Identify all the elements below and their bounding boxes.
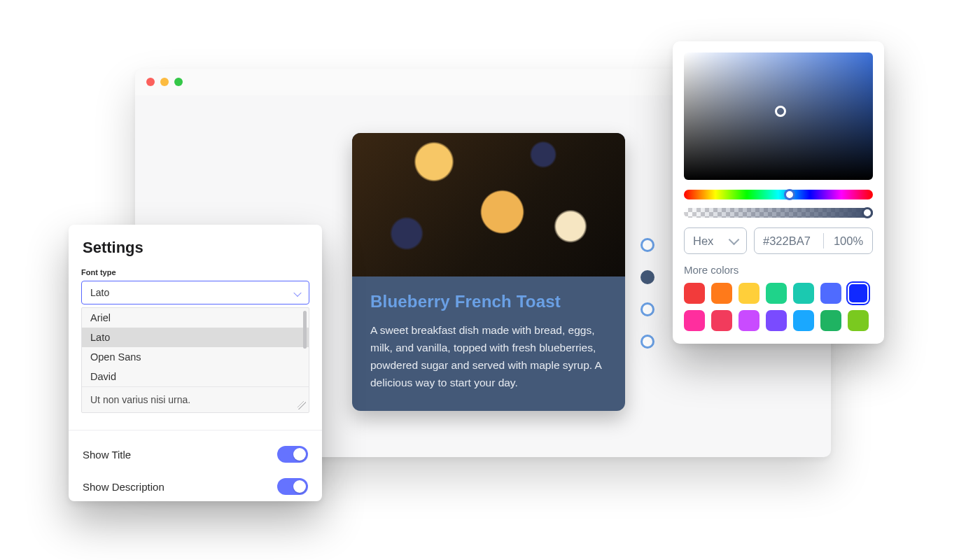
hue-thumb-icon[interactable] [784,189,795,200]
show-description-toggle[interactable] [277,478,308,495]
traffic-light-minimize[interactable] [160,78,169,86]
swatch-11[interactable] [766,310,787,331]
settings-panel: Settings Font type Lato Ariel Lato Open … [69,225,322,501]
swatch-13[interactable] [820,310,841,331]
carousel-dot-1[interactable] [640,238,654,252]
swatch-4[interactable] [766,283,787,304]
font-type-select[interactable]: Lato [81,281,309,304]
show-title-toggle[interactable] [277,446,308,463]
show-description-row: Show Description [81,463,309,495]
font-option-opensans[interactable]: Open Sans [82,347,309,367]
sample-textarea[interactable]: Ut non varius nisi urna. [82,386,309,412]
swatch-3[interactable] [738,283,760,304]
settings-heading: Settings [83,239,309,257]
swatch-9[interactable] [711,310,732,331]
opacity-value: 100% [834,234,863,248]
alpha-thumb-icon[interactable] [862,207,873,218]
swatch-12[interactable] [793,310,814,331]
alpha-slider[interactable] [684,208,873,218]
show-description-label: Show Description [83,481,164,493]
chevron-down-icon [293,288,302,296]
recipe-title: Blueberry French Toast [370,292,607,312]
color-value-input[interactable]: #322BA7 100% [754,227,873,254]
font-option-david[interactable]: David [82,367,309,386]
more-colors-label: More colors [684,264,873,276]
swatch-7[interactable] [848,283,869,304]
carousel-dots [640,238,654,349]
traffic-light-zoom[interactable] [174,78,183,86]
chevron-down-icon [729,234,740,245]
swatch-10[interactable] [738,310,760,331]
carousel-dot-2[interactable] [640,270,654,284]
font-type-label: Font type [81,268,309,276]
swatch-14[interactable] [848,310,869,331]
sv-cursor-icon[interactable] [775,106,786,117]
show-title-row: Show Title [81,430,309,463]
font-option-lato[interactable]: Lato [82,328,309,347]
dropdown-scrollbar[interactable] [303,311,307,349]
carousel-dot-3[interactable] [640,302,654,316]
traffic-light-close[interactable] [146,78,155,86]
saturation-value-field[interactable] [684,52,873,180]
swatch-6[interactable] [820,283,841,304]
hex-value: #322BA7 [763,234,811,248]
recipe-image [352,133,625,276]
swatch-grid [684,283,873,331]
font-type-value: Lato [90,287,109,298]
color-mode-value: Hex [693,234,713,248]
swatch-1[interactable] [684,283,705,304]
font-option-ariel[interactable]: Ariel [82,308,309,328]
recipe-card: Blueberry French Toast A sweet breakfast… [352,133,625,411]
show-title-label: Show Title [83,449,131,461]
color-picker-panel: Hex #322BA7 100% More colors [673,41,884,344]
input-separator [823,233,824,248]
swatch-5[interactable] [793,283,814,304]
carousel-dot-4[interactable] [640,335,654,349]
sample-textarea-value: Ut non varius nisi urna. [90,394,190,405]
color-mode-select[interactable]: Hex [684,227,747,254]
swatch-8[interactable] [684,310,705,331]
hue-slider[interactable] [684,190,873,200]
swatch-2[interactable] [711,283,732,304]
recipe-description: A sweet breakfast dish made with bread, … [370,321,607,391]
resize-handle-icon[interactable] [298,401,306,410]
font-type-dropdown: Ariel Lato Open Sans David Ut non varius… [81,307,309,413]
